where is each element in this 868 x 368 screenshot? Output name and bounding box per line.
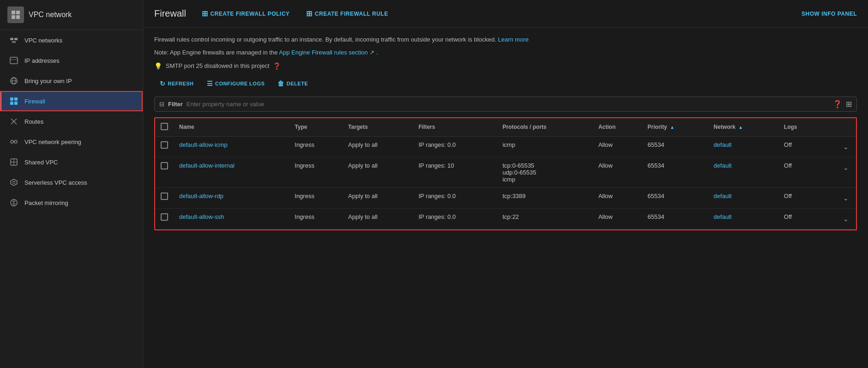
filter-input[interactable] bbox=[187, 101, 829, 108]
row-expand-button[interactable]: ⌄ bbox=[841, 162, 850, 173]
sidebar-item-vpc-network-peering[interactable]: VPC network peering bbox=[0, 132, 143, 152]
learn-more-link[interactable]: Learn more bbox=[498, 36, 529, 43]
row-expand-button[interactable]: ⌄ bbox=[841, 213, 850, 224]
sidebar-item-packet-mirroring[interactable]: Packet mirroring bbox=[0, 193, 143, 213]
delete-icon: 🗑 bbox=[277, 80, 284, 87]
configure-logs-label: CONFIGURE LOGS bbox=[215, 81, 265, 86]
svg-rect-12 bbox=[10, 97, 13, 101]
refresh-label: REFRESH bbox=[168, 81, 194, 86]
create-firewall-rule-button[interactable]: ⊞ CREATE FIREWALL RULE bbox=[301, 6, 392, 21]
table-row: default-allow-rdpIngressApply to allIP r… bbox=[155, 187, 856, 208]
row-protocols-cell: tcp:22 bbox=[497, 208, 592, 229]
smtp-warning-icon: 💡 bbox=[154, 62, 162, 70]
sidebar-item-shared-vpc-label: Shared VPC bbox=[24, 159, 58, 166]
sidebar-item-vpc-networks[interactable]: VPC networks bbox=[0, 30, 143, 50]
header-checkbox-col bbox=[155, 118, 174, 137]
svg-rect-6 bbox=[12, 41, 16, 43]
note-suffix: . bbox=[376, 49, 378, 56]
sidebar-item-routes[interactable]: Routes bbox=[0, 111, 143, 132]
header-filters: Filters bbox=[413, 118, 497, 137]
firewall-rules-table-container: Name Type Targets Filters Protocols / po… bbox=[154, 117, 857, 230]
firewall-rule-name-link[interactable]: default-allow-ssh bbox=[179, 213, 224, 220]
row-checkbox-cell bbox=[155, 136, 174, 157]
row-logs-cell: Off bbox=[778, 157, 821, 187]
row-priority-cell: 65534 bbox=[642, 208, 708, 229]
header-name: Name bbox=[174, 118, 289, 137]
network-link[interactable]: default bbox=[714, 213, 732, 220]
header-expand bbox=[820, 118, 856, 137]
row-expand-button[interactable]: ⌄ bbox=[841, 193, 850, 204]
filter-actions: ❓ ⊞ bbox=[833, 100, 852, 109]
filter-columns-icon[interactable]: ⊞ bbox=[846, 100, 852, 109]
svg-rect-13 bbox=[14, 97, 18, 101]
network-link[interactable]: default bbox=[714, 193, 732, 199]
select-all-checkbox[interactable] bbox=[161, 123, 168, 130]
header-priority[interactable]: Priority ▲ bbox=[642, 118, 708, 137]
sidebar-item-packet-mirroring-label: Packet mirroring bbox=[24, 199, 68, 206]
header-type: Type bbox=[289, 118, 343, 137]
row-logs-cell: Off bbox=[778, 187, 821, 208]
row-network-cell: default bbox=[708, 157, 778, 187]
row-checkbox[interactable] bbox=[161, 162, 168, 169]
smtp-help-icon[interactable]: ❓ bbox=[273, 62, 281, 70]
network-link[interactable]: default bbox=[714, 162, 732, 169]
svg-rect-2 bbox=[12, 15, 15, 19]
sidebar-item-serverless-vpc-access[interactable]: Serverless VPC access bbox=[0, 172, 143, 193]
sidebar-item-bring-your-own-ip[interactable]: Bring your own IP bbox=[0, 71, 143, 91]
app-icon bbox=[7, 6, 24, 23]
delete-button[interactable]: 🗑 DELETE bbox=[272, 77, 313, 90]
row-checkbox-cell bbox=[155, 208, 174, 229]
header-network[interactable]: Network ▲ bbox=[708, 118, 778, 137]
sidebar-item-firewall[interactable]: Firewall bbox=[0, 91, 143, 111]
network-link[interactable]: default bbox=[714, 141, 732, 148]
row-network-cell: default bbox=[708, 187, 778, 208]
delete-label: DELETE bbox=[287, 81, 308, 86]
sidebar-item-shared-vpc[interactable]: Shared VPC bbox=[0, 152, 143, 172]
configure-logs-button[interactable]: ☰ CONFIGURE LOGS bbox=[201, 77, 271, 90]
row-type-cell: Ingress bbox=[289, 208, 343, 229]
row-filters-cell: IP ranges: 0.0 bbox=[413, 208, 497, 229]
refresh-button[interactable]: ↻ REFRESH bbox=[154, 77, 199, 90]
row-action-cell: Allow bbox=[593, 187, 642, 208]
filter-bar: ⊟ Filter ❓ ⊞ bbox=[154, 97, 857, 112]
row-protocols-cell: tcp:0-65535udp:0-65535icmp bbox=[497, 157, 592, 187]
content-area: Firewall rules control incoming or outgo… bbox=[143, 28, 868, 368]
create-policy-label: CREATE FIREWALL POLICY bbox=[210, 11, 289, 17]
filter-help-icon[interactable]: ❓ bbox=[833, 100, 842, 109]
page-title: Firewall bbox=[154, 8, 186, 19]
row-checkbox[interactable] bbox=[161, 193, 168, 200]
row-expand-cell: ⌄ bbox=[820, 157, 856, 187]
packet-mirroring-icon bbox=[9, 198, 19, 208]
create-rule-plus-icon: ⊞ bbox=[306, 9, 313, 18]
svg-rect-15 bbox=[14, 102, 18, 105]
row-checkbox[interactable] bbox=[161, 141, 168, 149]
header-action: Action bbox=[593, 118, 642, 137]
row-checkbox[interactable] bbox=[161, 213, 168, 221]
sidebar-item-ip-addresses-label: IP addresses bbox=[24, 57, 60, 64]
sidebar-item-firewall-label: Firewall bbox=[24, 98, 45, 105]
row-checkbox-cell bbox=[155, 157, 174, 187]
row-type-cell: Ingress bbox=[289, 136, 343, 157]
row-name-cell: default-allow-internal bbox=[174, 157, 289, 187]
vpc-peering-icon bbox=[9, 137, 19, 147]
sidebar-title: VPC network bbox=[29, 11, 72, 19]
svg-rect-0 bbox=[12, 11, 15, 14]
row-targets-cell: Apply to all bbox=[343, 187, 413, 208]
create-firewall-policy-button[interactable]: ⊞ CREATE FIREWALL POLICY bbox=[197, 6, 294, 21]
app-engine-firewall-link[interactable]: App Engine Firewall rules section ↗ bbox=[279, 49, 374, 56]
bring-your-own-ip-icon bbox=[9, 76, 19, 86]
row-network-cell: default bbox=[708, 208, 778, 229]
show-info-panel-button[interactable]: SHOW INFO PANEL bbox=[802, 11, 857, 17]
table-header-row: Name Type Targets Filters Protocols / po… bbox=[155, 118, 856, 137]
sidebar-item-ip-addresses[interactable]: IP addresses bbox=[0, 50, 143, 71]
row-targets-cell: Apply to all bbox=[343, 136, 413, 157]
firewall-rule-name-link[interactable]: default-allow-icmp bbox=[179, 141, 228, 148]
row-targets-cell: Apply to all bbox=[343, 157, 413, 187]
firewall-rule-name-link[interactable]: default-allow-internal bbox=[179, 162, 235, 169]
svg-point-19 bbox=[14, 140, 17, 143]
row-expand-button[interactable]: ⌄ bbox=[841, 141, 850, 152]
sidebar-item-vpc-network-peering-label: VPC network peering bbox=[24, 139, 81, 145]
create-rule-label: CREATE FIREWALL RULE bbox=[315, 11, 388, 17]
firewall-rule-name-link[interactable]: default-allow-rdp bbox=[179, 193, 223, 199]
row-filters-cell: IP ranges: 0.0 bbox=[413, 136, 497, 157]
